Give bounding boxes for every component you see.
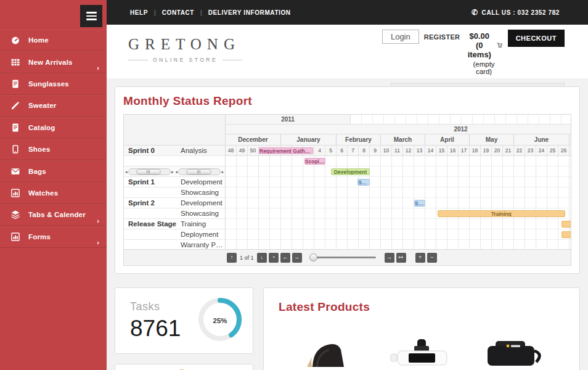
sidebar-item-sunglasses[interactable]: Sunglasses [0, 73, 107, 95]
scrollbar-thumb[interactable] [186, 169, 211, 175]
month-cell: April [425, 134, 470, 145]
sidebar-item-watches[interactable]: Watches [0, 183, 107, 204]
dashboard-icon [11, 36, 20, 44]
gantt-bar[interactable]: Showcasing [357, 179, 370, 186]
topbar: HELP|CONTACT|DELIVERY INFORMATION ✆ CALL… [107, 0, 588, 25]
year-row-filler [351, 115, 571, 124]
gantt-row-label: Sprint 0Analysis [124, 146, 225, 156]
gantt-page-down-button[interactable]: ↓ [257, 253, 267, 263]
bottom-row: Tasks 8761 25% Latest Prod [115, 287, 580, 370]
products-title: Latest Products [279, 300, 565, 314]
divider [128, 60, 148, 60]
gantt-prev-button[interactable]: ← [280, 253, 290, 263]
gantt-bar[interactable] [561, 231, 571, 238]
content: Monthly Status Report Sprint 0Analysis◂▸… [107, 78, 588, 370]
sidebar-item-forms[interactable]: Forms› [0, 226, 107, 248]
register-link[interactable]: REGISTER [424, 33, 460, 41]
gantt-bar[interactable] [561, 221, 571, 228]
gantt-now-button[interactable]: ◔ [269, 253, 279, 263]
cart-icon [497, 40, 502, 51]
call-us[interactable]: ✆ CALL US : 032 2352 782 [472, 8, 560, 17]
sidebar-item-label: New Arrivals [28, 59, 73, 66]
slider-handle[interactable] [309, 253, 317, 261]
sidebar-item-new-arrivals[interactable]: New Arrivals› [0, 51, 107, 73]
gantt-zoom-slider[interactable] [311, 257, 376, 258]
scroll-left-icon[interactable]: ◂ [125, 168, 128, 175]
sidebar-item-shoes[interactable]: Shoes [0, 139, 107, 160]
gantt-task-name: Warranty Period [178, 241, 225, 249]
topbar-link-help[interactable]: HELP [130, 9, 148, 16]
gantt-bar[interactable]: Training [438, 210, 565, 217]
sidebar-item-label: Shoes [28, 146, 51, 153]
gantt-zoom-out-button[interactable]: − [427, 253, 437, 263]
product-image-sandal[interactable] [296, 339, 360, 367]
gantt-controls: ↑ 1 of 1 ↓ ◔ ← → → ↦ + − [123, 250, 571, 266]
scroll-left-icon[interactable]: ◂ [176, 168, 178, 175]
product-image-phone-holder[interactable] [390, 339, 454, 367]
sidebar-item-sweater[interactable]: Sweater [0, 95, 107, 117]
report-title: Monthly Status Report [123, 94, 571, 108]
scrollbar-track[interactable] [178, 168, 221, 175]
gantt-bar[interactable]: Showcasing [414, 200, 425, 207]
menu-toggle-button[interactable] [80, 5, 102, 27]
gantt-timeline: 20112012DecemberJanuaryFebruaryMarchApri… [226, 115, 571, 249]
chart-icon [11, 232, 20, 241]
products-row [279, 339, 565, 367]
cart-link[interactable]: $0.00 (0 items) [465, 31, 502, 59]
sidebar-item-label: Home [28, 36, 49, 44]
gantt-bar[interactable]: Requirement Gathering [259, 147, 313, 154]
header: GRETONG ONLINE STORE Login REGISTER $0.0… [107, 25, 588, 78]
product-image-camera[interactable] [483, 339, 547, 367]
cart-empty-label: (empty card) [465, 60, 502, 75]
gantt-scroll-right-button[interactable]: → [385, 253, 394, 263]
topbar-link-contact[interactable]: CONTACT [162, 9, 194, 16]
gantt-bar[interactable]: Scoping [304, 158, 325, 165]
sidebar-item-catalog[interactable]: Catalog [0, 117, 107, 139]
gantt-row-label: Showcasing [124, 187, 225, 198]
tasks-widget: Tasks 8761 25% [115, 287, 253, 354]
layers-icon [11, 210, 20, 219]
sidebar-item-home[interactable]: Home [0, 30, 107, 51]
sidebar-menu: HomeNew Arrivals›SunglassesSweaterCatalo… [0, 30, 107, 248]
table-icon [11, 58, 20, 67]
gantt-task-name: Development [178, 199, 225, 207]
checkout-button[interactable]: CHECKOUT [508, 30, 565, 47]
sidebar-item-bags[interactable]: Bags [0, 160, 107, 182]
gantt-task-name: Development [178, 178, 225, 186]
tablet-icon [11, 145, 20, 154]
call-us-label: CALL US : 032 2352 782 [482, 9, 560, 16]
mini-scrollbar[interactable]: ◂▸ [176, 168, 224, 175]
scrollbar-track[interactable] [128, 168, 171, 175]
gantt-scroll-end-button[interactable]: ↦ [396, 253, 406, 263]
gantt-zoom-in-button[interactable]: + [415, 253, 425, 263]
mini-scrollbar[interactable]: ◂▸ [125, 168, 174, 175]
topbar-link-delivery-information[interactable]: DELIVERY INFORMATION [208, 9, 291, 16]
tasks-title: Tasks [130, 300, 181, 313]
gantt-sprint-name: Sprint 0 [124, 147, 178, 154]
cart-block: $0.00 (0 items) (empty card) [465, 31, 502, 75]
gantt-left-header [124, 115, 225, 146]
gantt-sprint-name: Sprint 1 [124, 178, 178, 186]
gantt-task-name: Analysis [178, 147, 225, 154]
scroll-right-icon[interactable]: ▸ [221, 168, 224, 175]
gantt-task-name: Training [178, 220, 225, 228]
login-button[interactable]: Login [382, 30, 419, 44]
file-icon [11, 80, 20, 88]
cart-total: $0.00 (0 items) [465, 31, 494, 59]
file-icon [11, 123, 20, 132]
gantt-page-up-button[interactable]: ↑ [227, 253, 237, 263]
logo-text: GRETONG [128, 36, 242, 53]
gantt-next-button[interactable]: → [292, 253, 302, 263]
divider: | [200, 9, 202, 16]
scroll-right-icon[interactable]: ▸ [171, 168, 174, 175]
gantt-bar[interactable]: Development [331, 168, 370, 175]
month-cell: May [470, 134, 514, 145]
month-cell: March [381, 134, 425, 145]
chevron-right-icon: › [97, 239, 99, 246]
sidebar-item-tabs-calender[interactable]: Tabs & Calender› [0, 204, 107, 226]
logo-subtitle: ONLINE STORE [128, 57, 242, 63]
envelope-icon [11, 167, 20, 176]
scrollbar-thumb[interactable] [136, 169, 161, 175]
chevron-right-icon: › [97, 217, 99, 224]
store-logo[interactable]: GRETONG ONLINE STORE [128, 36, 242, 78]
